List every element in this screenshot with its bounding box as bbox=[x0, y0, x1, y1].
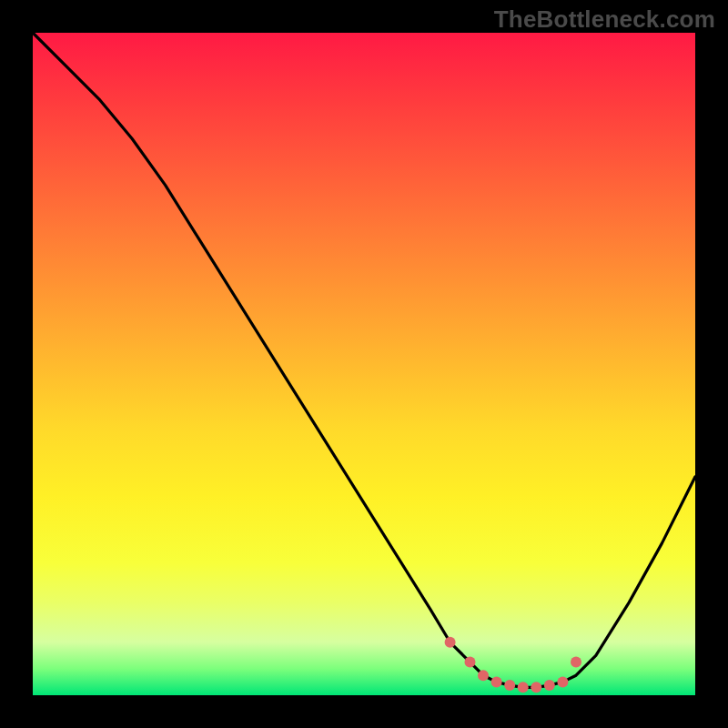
optimum-marker bbox=[531, 682, 541, 693]
optimum-marker bbox=[478, 670, 489, 681]
optimum-marker bbox=[557, 676, 568, 687]
optimum-marker bbox=[504, 680, 515, 691]
optimum-marker bbox=[518, 682, 529, 693]
chart-frame: TheBottleneck.com bbox=[0, 0, 728, 728]
curve-svg bbox=[33, 33, 695, 695]
plot-area bbox=[33, 33, 695, 695]
watermark-text: TheBottleneck.com bbox=[494, 5, 715, 34]
optimum-marker bbox=[491, 676, 502, 687]
optimum-marker bbox=[465, 657, 476, 668]
optimum-marker bbox=[445, 637, 456, 648]
optimum-markers bbox=[445, 637, 581, 693]
optimum-marker bbox=[544, 680, 555, 691]
optimum-marker bbox=[571, 657, 581, 668]
bottleneck-curve bbox=[33, 33, 695, 687]
